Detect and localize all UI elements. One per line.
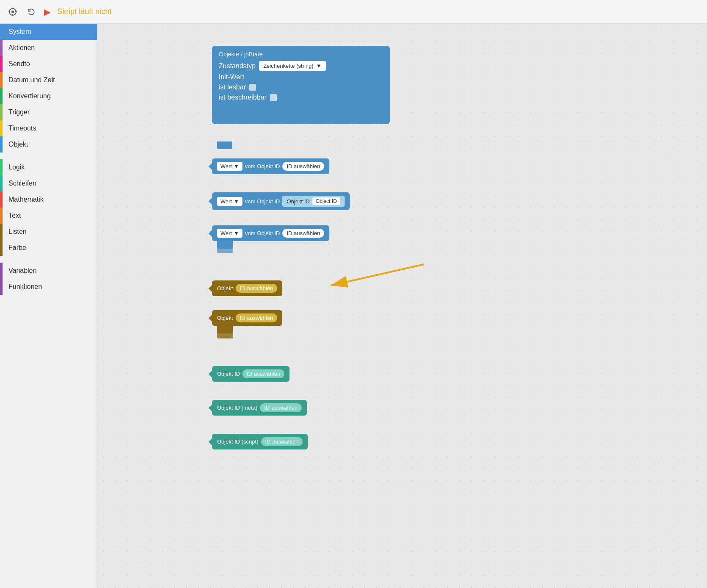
wert-dropdown-3[interactable]: Wert ▼	[217, 229, 242, 238]
canvas: Objekte / joBtate Zustandstyp Zeichenket…	[97, 24, 707, 588]
state-block-connector	[217, 141, 232, 149]
sidebar-item-aktionen[interactable]: Aktionen	[0, 40, 97, 56]
object-id-value: Object ID	[312, 197, 340, 205]
svg-line-7	[331, 264, 424, 286]
ist-lesbar-label: ist lesbar	[219, 83, 246, 91]
objekt-pill-2[interactable]: ID auswählen	[236, 313, 278, 322]
state-block-row-beschreibbar: ist beschreibbar	[219, 94, 383, 101]
main-layout: System Aktionen Sendto Datum und Zeit Ko…	[0, 24, 707, 588]
sidebar-item-trigger[interactable]: Trigger	[0, 104, 97, 120]
objekt-block-1[interactable]: Objekt ID auswählen	[212, 280, 282, 296]
ist-lesbar-checkbox[interactable]	[249, 84, 256, 91]
objekt-id-meta-block[interactable]: Objekt ID (meta) ID auswählen	[212, 400, 307, 416]
state-block-row-zustandstyp: Zustandstyp Zeichenkette (string) ▼	[219, 61, 383, 71]
wert-dropdown-2[interactable]: Wert ▼	[217, 197, 242, 206]
id-waehlen-pill-1[interactable]: ID auswählen	[282, 162, 324, 171]
init-wert-label: Init-Wert	[219, 73, 244, 81]
objekt-id-field[interactable]: Objekt ID Object ID	[282, 196, 344, 207]
vom-label-2: vom Objekt ID	[245, 198, 280, 205]
sidebar-item-objekt[interactable]: Objekt	[0, 136, 97, 153]
sidebar-item-sendto[interactable]: Sendto	[0, 56, 97, 72]
id-waehlen-pill-3[interactable]: ID auswählen	[282, 229, 324, 238]
zustandstyp-label: Zustandstyp	[219, 62, 256, 70]
objekt-label-2: Objekt	[217, 315, 233, 321]
objekt-id-pill-1[interactable]: ID auswählen	[242, 369, 284, 378]
wert-block-3[interactable]: Wert ▼ vom Objekt ID ID auswählen	[212, 225, 329, 241]
ist-beschreibbar-checkbox[interactable]	[270, 94, 277, 101]
sidebar-item-schleifen[interactable]: Schleifen	[0, 175, 97, 191]
objekt-id-label-1: Objekt ID	[217, 371, 240, 377]
sidebar-item-listen[interactable]: Listen	[0, 224, 97, 240]
toolbar: ▶ Skript läuft nicht	[0, 0, 707, 24]
sidebar-item-logik[interactable]: Logik	[0, 159, 97, 175]
objekt-label-1: Objekt	[217, 285, 233, 291]
wert-block-3-notch2	[217, 248, 233, 253]
vom-label-1: vom Objekt ID	[245, 163, 280, 169]
sidebar-item-farbe[interactable]: Farbe	[0, 240, 97, 256]
sidebar-item-mathematik[interactable]: Mathematik	[0, 191, 97, 208]
crosshair-icon[interactable]	[7, 6, 19, 18]
state-block-title: Objekte / joBtate	[219, 51, 383, 58]
state-block-row-lesbar: ist lesbar	[219, 83, 383, 91]
objekt-id-meta-pill[interactable]: ID auswählen	[260, 403, 302, 412]
objekt-id-block-1[interactable]: Objekt ID ID auswählen	[212, 366, 289, 382]
objekt-block-2-notch2	[217, 333, 233, 338]
zustandstyp-dropdown[interactable]: Zeichenkette (string) ▼	[259, 61, 326, 71]
play-icon[interactable]: ▶	[44, 7, 50, 17]
objekt-id-meta-label: Objekt ID (meta)	[217, 405, 257, 411]
status-text: Skript läuft nicht	[57, 7, 111, 16]
objekt-id-script-pill[interactable]: ID auswählen	[261, 437, 303, 446]
ist-beschreibbar-label: ist beschreibbar	[219, 94, 267, 101]
refresh-icon[interactable]	[25, 6, 37, 18]
sidebar-item-text[interactable]: Text	[0, 208, 97, 224]
objekt-block-2[interactable]: Objekt ID auswählen	[212, 310, 282, 326]
vom-label-3: vom Objekt ID	[245, 230, 280, 236]
orange-arrow	[305, 256, 432, 300]
objekt-id-script-label: Objekt ID (script)	[217, 438, 259, 445]
sidebar-item-timeouts[interactable]: Timeouts	[0, 120, 97, 136]
sidebar-item-datum[interactable]: Datum und Zeit	[0, 72, 97, 88]
sidebar-item-system[interactable]: System	[0, 24, 97, 40]
sidebar: System Aktionen Sendto Datum und Zeit Ko…	[0, 24, 97, 588]
state-block[interactable]: Objekte / joBtate Zustandstyp Zeichenket…	[212, 46, 390, 124]
objekt-id-script-block[interactable]: Objekt ID (script) ID auswählen	[212, 434, 308, 449]
wert-dropdown-1[interactable]: Wert ▼	[217, 162, 242, 171]
state-block-row-init: Init-Wert	[219, 73, 383, 81]
wert-block-1[interactable]: Wert ▼ vom Objekt ID ID auswählen	[212, 158, 329, 174]
wert-block-2[interactable]: Wert ▼ vom Objekt ID Objekt ID Object ID	[212, 192, 350, 210]
sidebar-item-variablen[interactable]: Variablen	[0, 263, 97, 279]
objekt-pill-1[interactable]: ID auswählen	[236, 284, 278, 293]
sidebar-item-funktionen[interactable]: Funktionen	[0, 279, 97, 295]
svg-point-5	[12, 11, 14, 13]
sidebar-item-konvertierung[interactable]: Konvertierung	[0, 88, 97, 104]
